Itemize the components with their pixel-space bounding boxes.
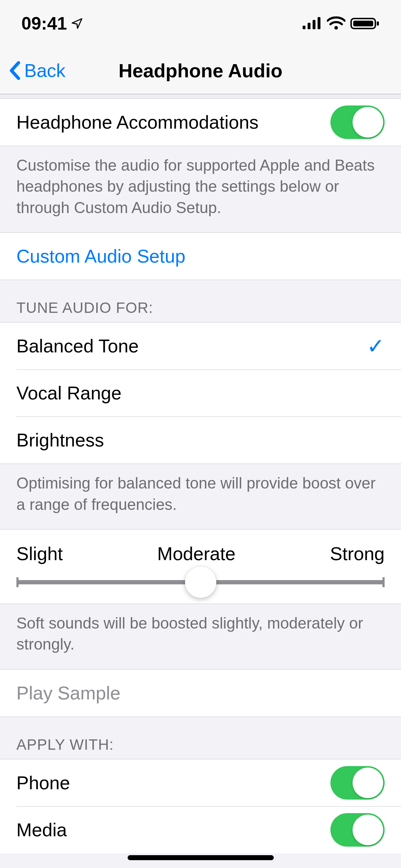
cellular-icon <box>302 17 322 30</box>
status-right <box>302 16 380 31</box>
play-sample-label: Play Sample <box>16 682 385 704</box>
option-label: Brightness <box>16 429 385 451</box>
header-apply-with: APPLY WITH: <box>0 717 401 759</box>
toggle-apply-phone[interactable] <box>330 766 385 800</box>
slider-label-left: Slight <box>16 543 63 564</box>
chevron-left-icon <box>9 61 21 81</box>
row-apply-phone[interactable]: Phone <box>0 759 401 806</box>
slider-thumb[interactable] <box>185 567 216 598</box>
back-label: Back <box>24 60 66 81</box>
option-label: Vocal Range <box>16 382 385 404</box>
row-brightness[interactable]: Brightness <box>0 417 401 464</box>
page-title: Headphone Audio <box>119 60 283 82</box>
option-label: Balanced Tone <box>16 335 367 357</box>
back-button[interactable]: Back <box>0 60 66 81</box>
row-label: Media <box>16 819 330 841</box>
slider-label-mid: Moderate <box>157 543 236 564</box>
row-label: Phone <box>16 772 330 794</box>
toggle-apply-media[interactable] <box>330 813 385 847</box>
svg-point-4 <box>334 26 338 30</box>
svg-rect-3 <box>318 17 320 29</box>
svg-rect-7 <box>377 21 379 26</box>
footer-tune: Optimising for balanced tone will provid… <box>0 464 401 529</box>
nav-bar: Back Headphone Audio <box>0 47 401 94</box>
intensity-slider[interactable] <box>16 580 385 584</box>
row-label: Headphone Accommodations <box>16 112 330 133</box>
slider-cell: Slight Moderate Strong <box>0 529 401 604</box>
battery-icon <box>350 16 380 31</box>
svg-rect-0 <box>303 26 305 29</box>
status-time-area: 09:41 <box>21 13 83 34</box>
location-icon <box>71 17 83 30</box>
home-indicator[interactable] <box>128 855 274 860</box>
toggle-headphone-accommodations[interactable] <box>330 105 385 139</box>
row-headphone-accommodations[interactable]: Headphone Accommodations <box>0 99 401 146</box>
slider-labels: Slight Moderate Strong <box>16 543 385 564</box>
slider-label-right: Strong <box>330 543 385 564</box>
row-balanced-tone[interactable]: Balanced Tone ✓ <box>0 322 401 370</box>
wifi-icon <box>327 16 345 31</box>
svg-rect-6 <box>353 21 373 26</box>
svg-rect-1 <box>308 23 310 29</box>
svg-rect-2 <box>313 20 315 29</box>
checkmark-icon: ✓ <box>367 334 385 358</box>
row-vocal-range[interactable]: Vocal Range <box>0 370 401 417</box>
status-bar: 09:41 <box>0 0 401 47</box>
row-custom-audio-setup[interactable]: Custom Audio Setup <box>0 233 401 280</box>
footer-accommodations: Customise the audio for supported Apple … <box>0 146 401 232</box>
header-tune-audio: TUNE AUDIO FOR: <box>0 280 401 322</box>
status-time: 09:41 <box>21 13 67 34</box>
row-play-sample[interactable]: Play Sample <box>0 670 401 717</box>
row-apply-media[interactable]: Media <box>0 806 401 853</box>
custom-audio-setup-link: Custom Audio Setup <box>16 246 185 267</box>
footer-slider: Soft sounds will be boosted slightly, mo… <box>0 604 401 669</box>
